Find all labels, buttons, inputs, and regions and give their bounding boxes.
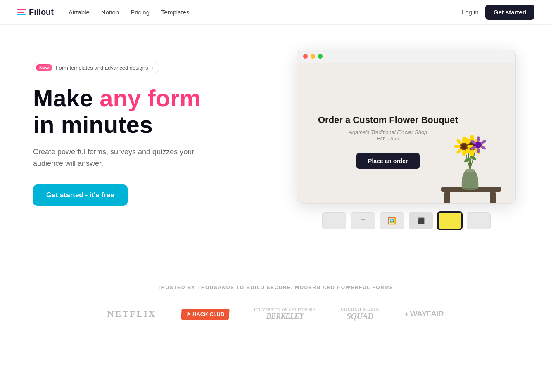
wayfair-name: wayfair bbox=[410, 309, 444, 318]
form-place-order-button[interactable]: Place an order bbox=[356, 153, 420, 169]
hero-badge[interactable]: New Form templates and advanced designs … bbox=[33, 62, 159, 73]
color-swatches: T 🖼️ ⬛ bbox=[322, 212, 491, 229]
hero-title-highlight: any form bbox=[100, 85, 201, 111]
form-subtitle-line2: Est. 1965 bbox=[377, 135, 399, 142]
swatch-5-active[interactable] bbox=[438, 212, 462, 229]
navbar: Fillout Airtable Notion Pricing Template… bbox=[0, 0, 551, 25]
svg-point-33 bbox=[477, 148, 480, 153]
swatch-2[interactable]: T bbox=[351, 212, 375, 229]
badge-new-label: New bbox=[36, 64, 52, 71]
swatch-6[interactable] bbox=[467, 212, 491, 229]
swatch-4[interactable]: ⬛ bbox=[409, 212, 433, 229]
hero-subtitle: Create powerful forms, surveys and quizz… bbox=[33, 146, 207, 170]
login-button[interactable]: Log in bbox=[462, 9, 479, 16]
badge-arrow-icon: › bbox=[152, 64, 154, 71]
hero-title-part1: Make bbox=[33, 85, 100, 111]
browser-bar bbox=[297, 50, 515, 63]
logo[interactable]: Fillout bbox=[17, 7, 54, 17]
nav-link-airtable[interactable]: Airtable bbox=[69, 9, 90, 16]
logo-icon bbox=[17, 9, 26, 15]
get-started-nav-button[interactable]: Get started bbox=[485, 5, 534, 20]
logo-berkeley: University of California Berkeley bbox=[254, 307, 316, 321]
logo-line-3 bbox=[17, 14, 26, 15]
logo-line-1 bbox=[17, 9, 26, 10]
browser-dot-yellow bbox=[311, 54, 315, 59]
swatch-1[interactable] bbox=[322, 212, 346, 229]
svg-rect-2 bbox=[490, 192, 496, 203]
brand-logos: NETFLIX ⚑ HACK CLUB University of Califo… bbox=[17, 307, 534, 321]
badge-text: Form templates and advanced designs bbox=[56, 65, 148, 71]
nav-link-templates[interactable]: Templates bbox=[161, 9, 189, 16]
wayfair-icon: ✦ bbox=[404, 311, 409, 318]
flower-illustration bbox=[433, 121, 507, 203]
browser-dot-green bbox=[318, 54, 323, 59]
swatch-3[interactable]: 🖼️ bbox=[380, 212, 404, 229]
nav-left: Fillout Airtable Notion Pricing Template… bbox=[17, 7, 189, 17]
browser-dot-red bbox=[303, 54, 308, 59]
nav-link-notion[interactable]: Notion bbox=[101, 9, 119, 16]
hero-title-part2: in minutes bbox=[33, 111, 153, 138]
trusted-section: Trusted by thousands to build secure, mo… bbox=[0, 264, 551, 333]
hero-right: Order a Custom Flower Bouquet Agatha's T… bbox=[295, 50, 518, 229]
form-subtitle-line1: Agatha's Traditional Flower Shop bbox=[349, 129, 427, 135]
logo-line-2 bbox=[17, 12, 24, 13]
browser-frame: Order a Custom Flower Bouquet Agatha's T… bbox=[297, 50, 516, 204]
nav-right: Log in Get started bbox=[462, 5, 534, 20]
svg-rect-1 bbox=[444, 192, 450, 203]
berkeley-name: Berkeley bbox=[266, 312, 304, 320]
browser-content: Order a Custom Flower Bouquet Agatha's T… bbox=[297, 63, 515, 203]
nav-links: Airtable Notion Pricing Templates bbox=[69, 9, 189, 16]
svg-point-29 bbox=[475, 142, 482, 148]
logo-text: Fillout bbox=[29, 7, 54, 17]
svg-point-27 bbox=[454, 145, 461, 148]
trusted-tagline: Trusted by thousands to build secure, mo… bbox=[17, 285, 534, 290]
nav-link-pricing[interactable]: Pricing bbox=[131, 9, 150, 16]
hackclub-flag-icon: ⚑ bbox=[186, 311, 191, 317]
hero-title: Make any formin minutes bbox=[33, 85, 231, 138]
berkeley-university-label: University of California bbox=[254, 307, 316, 312]
svg-point-20 bbox=[461, 144, 466, 149]
svg-point-30 bbox=[477, 136, 480, 142]
logo-wayfair: ✦wayfair bbox=[404, 309, 444, 319]
svg-point-21 bbox=[462, 137, 466, 143]
hero-cta-button[interactable]: Get started - it's free bbox=[33, 184, 128, 206]
logo-hackclub: ⚑ HACK CLUB bbox=[181, 309, 229, 320]
squad-prefix: church media bbox=[341, 307, 379, 312]
hero-left: New Form templates and advanced designs … bbox=[33, 50, 231, 206]
svg-point-25 bbox=[462, 150, 466, 156]
squad-name: Squad bbox=[347, 312, 373, 321]
hackclub-label: HACK CLUB bbox=[192, 311, 224, 317]
hackclub-badge: ⚑ HACK CLUB bbox=[181, 309, 230, 320]
hero-section: New Form templates and advanced designs … bbox=[0, 25, 551, 264]
logo-squad: church media Squad bbox=[341, 307, 379, 321]
logo-netflix: NETFLIX bbox=[107, 309, 157, 319]
